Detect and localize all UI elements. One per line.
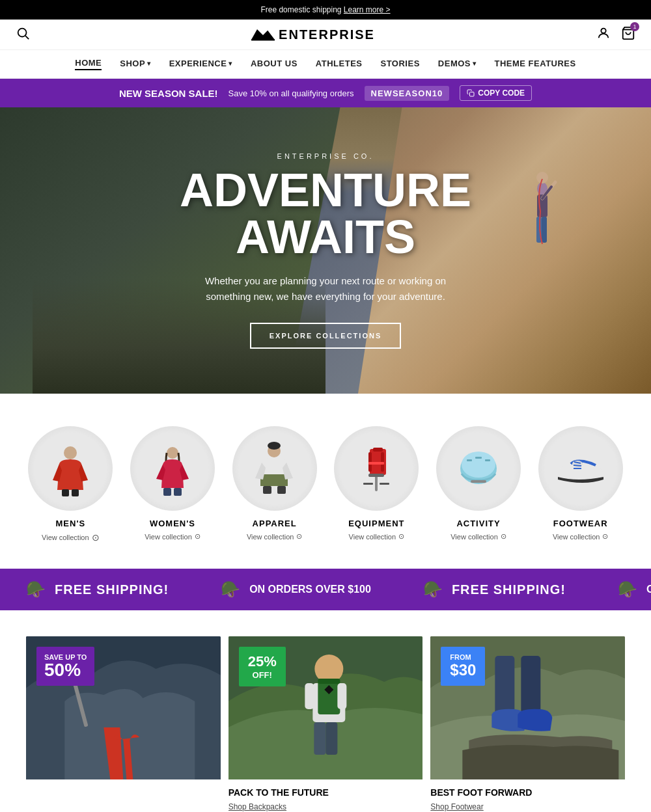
sale-code: NEWSEASON10 <box>365 86 450 101</box>
promo-card-footwear[interactable]: FROM $30 BEST FOOT FORWARD Shop Footwear <box>430 636 625 812</box>
explore-collections-button[interactable]: EXPLORE COLLECTIONS <box>250 323 401 349</box>
collection-circle-equipment <box>334 426 419 511</box>
shipping-subtext: ON ORDERS OVER $100 <box>646 584 651 595</box>
svg-rect-25 <box>373 448 383 452</box>
svg-rect-29 <box>375 475 378 491</box>
chevron-down-icon: ▾ <box>473 60 477 67</box>
shipping-subtext: ON ORDERS OVER $100 <box>249 584 371 595</box>
svg-rect-19 <box>174 488 182 496</box>
hero-title: ADVENTURE AWAITS <box>180 167 471 260</box>
nav-item-shop[interactable]: SHOP ▾ <box>120 59 150 70</box>
helmet-icon: 🪖 <box>26 580 46 599</box>
svg-rect-23 <box>277 486 286 494</box>
svg-marker-2 <box>251 29 275 40</box>
chevron-down-icon: ▾ <box>147 60 151 67</box>
collection-apparel[interactable]: APPAREL View collection ⊙ <box>230 426 319 543</box>
promo-badge-green: 25% OFF! <box>239 647 286 686</box>
collection-equipment[interactable]: EQUIPMENT View collection ⊙ <box>332 426 421 543</box>
collection-name-equipment: EQUIPMENT <box>348 519 404 528</box>
shipping-scroll: 🪖 FREE SHIPPING! 🪖 ON ORDERS OVER $100 🪖… <box>0 580 651 599</box>
nav-item-demos[interactable]: DEMOS ▾ <box>438 59 477 70</box>
promo-card-sale[interactable]: SAVE UP TO 50% <box>26 636 221 812</box>
collections-grid: MEN'S View collection ⊙ <box>26 426 625 543</box>
collection-circle-footwear <box>538 426 623 511</box>
svg-point-21 <box>268 442 281 450</box>
collection-circle-apparel <box>232 426 317 511</box>
svg-point-0 <box>18 29 27 37</box>
collection-activity[interactable]: ACTIVITY View collection ⊙ <box>434 426 523 543</box>
collection-link-equipment[interactable]: View collection ⊙ <box>349 532 405 541</box>
copy-code-button[interactable]: COPY CODE <box>460 85 532 101</box>
collection-link-footwear[interactable]: View collection ⊙ <box>553 532 609 541</box>
svg-rect-48 <box>318 679 340 714</box>
arrow-right-icon: ⊙ <box>296 532 302 541</box>
promo-badge-sale: SAVE UP TO 50% <box>36 647 94 686</box>
collection-name-womens: WOMEN'S <box>150 519 195 528</box>
nav-item-stories[interactable]: STORIES <box>380 59 419 70</box>
svg-rect-31 <box>363 483 373 485</box>
svg-rect-36 <box>475 457 482 459</box>
arrow-right-icon: ⊙ <box>501 532 506 541</box>
svg-rect-3 <box>251 39 275 40</box>
collection-mens[interactable]: MEN'S View collection ⊙ <box>26 426 115 543</box>
arrow-right-icon: ⊙ <box>398 532 404 541</box>
svg-rect-30 <box>368 474 384 477</box>
cart-button[interactable]: 1 <box>621 26 635 43</box>
promo-percent-text: 25% <box>248 653 277 670</box>
svg-rect-6 <box>470 92 475 97</box>
helmet-icon: 🪖 <box>423 580 443 599</box>
svg-rect-51 <box>337 683 346 709</box>
svg-point-34 <box>462 452 495 478</box>
svg-rect-32 <box>380 483 389 485</box>
svg-point-17 <box>167 447 178 459</box>
svg-rect-53 <box>326 722 337 755</box>
collection-link-mens[interactable]: View collection ⊙ <box>42 532 100 543</box>
nav-item-experience[interactable]: EXPERIENCE ▾ <box>169 59 232 70</box>
collection-link-activity[interactable]: View collection ⊙ <box>450 532 506 541</box>
promo-title-footwear: BEST FOOT FORWARD <box>430 787 625 798</box>
svg-rect-49 <box>318 679 340 684</box>
nav-item-athletes[interactable]: ATHLETES <box>316 59 363 70</box>
collection-circle-mens <box>28 426 113 511</box>
logo[interactable]: ENTERPRISE <box>251 27 375 42</box>
hero-subtitle: Whether you are planning your next route… <box>189 273 462 304</box>
svg-point-4 <box>601 29 605 33</box>
svg-rect-18 <box>163 488 171 496</box>
collection-footwear[interactable]: FOOTWEAR View collection ⊙ <box>536 426 625 543</box>
svg-rect-50 <box>305 683 314 709</box>
promo-card-backpacks[interactable]: 25% OFF! PACK TO THE FUTURE Shop Backpac… <box>229 636 423 812</box>
hero-brand: ENTERPRISE CO. <box>180 152 471 160</box>
promo-section: SAVE UP TO 50% <box>0 610 651 812</box>
cart-count: 1 <box>630 22 639 31</box>
arrow-right-icon: ⊙ <box>602 532 608 541</box>
svg-point-14 <box>64 446 77 459</box>
promo-badge-large-text: 50% <box>44 661 87 679</box>
collection-circle-womens <box>130 426 215 511</box>
promo-info-footwear: BEST FOOT FORWARD Shop Footwear <box>430 779 625 812</box>
promo-badge-blue: FROM $30 <box>441 647 485 686</box>
hero-section: ENTERPRISE CO. ADVENTURE AWAITS Whether … <box>0 107 651 394</box>
nav-item-home[interactable]: HOME <box>75 58 102 70</box>
collection-name-footwear: FOOTWEAR <box>553 519 608 528</box>
nav-item-about[interactable]: ABOUT US <box>251 59 298 70</box>
svg-rect-38 <box>471 480 486 483</box>
collection-link-womens[interactable]: View collection ⊙ <box>145 532 201 541</box>
svg-rect-22 <box>263 486 271 494</box>
promo-link-footwear[interactable]: Shop Footwear <box>430 802 483 811</box>
collection-link-apparel[interactable]: View collection ⊙ <box>247 532 303 541</box>
promo-link-backpacks[interactable]: Shop Backpacks <box>229 802 286 811</box>
svg-rect-15 <box>62 489 69 496</box>
account-button[interactable] <box>596 26 611 43</box>
hero-content: ENTERPRISE CO. ADVENTURE AWAITS Whether … <box>154 152 497 349</box>
chevron-down-icon: ▾ <box>229 60 232 67</box>
sale-banner: NEW SEASON SALE! Save 10% on all qualify… <box>0 79 651 107</box>
svg-rect-11 <box>542 217 547 243</box>
search-button[interactable] <box>16 26 30 43</box>
announcement-link[interactable]: Learn more > <box>344 5 391 14</box>
svg-rect-52 <box>314 722 326 755</box>
svg-rect-35 <box>467 459 472 461</box>
shipping-text: FREE SHIPPING! <box>452 582 566 597</box>
navigation: HOME SHOP ▾ EXPERIENCE ▾ ABOUT US ATHLET… <box>0 50 651 79</box>
collection-womens[interactable]: WOMEN'S View collection ⊙ <box>128 426 217 543</box>
nav-item-theme-features[interactable]: THEME FEATURES <box>495 59 576 70</box>
